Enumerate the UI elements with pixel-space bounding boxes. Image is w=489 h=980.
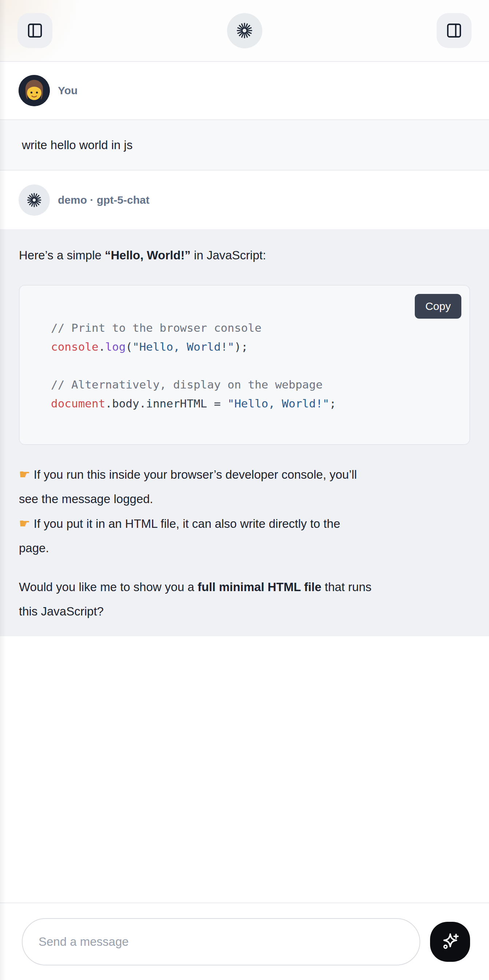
- pointing-right-icon: ☛: [19, 467, 30, 481]
- app-logo-button[interactable]: [227, 13, 262, 48]
- user-message: write hello world in js: [0, 119, 489, 170]
- chat-empty-space: [0, 636, 489, 902]
- panel-left-icon: [27, 22, 43, 39]
- user-author-row: You: [0, 62, 489, 119]
- assistant-message: Here’s a simple “Hello, World!” in JavaS…: [0, 229, 489, 636]
- assistant-paragraph-followup: Would you like me to show you a full min…: [19, 575, 470, 624]
- assistant-author-row: demo · gpt-5-chat: [0, 170, 489, 229]
- app-header: [0, 0, 489, 62]
- assistant-author-label: demo · gpt-5-chat: [58, 194, 150, 206]
- assistant-paragraph-tips: ☛ If you run this inside your browser’s …: [19, 462, 470, 560]
- code-block: Copy // Print to the browser console con…: [19, 285, 470, 445]
- right-panel-toggle-button[interactable]: [436, 13, 471, 48]
- starburst-icon: [235, 21, 254, 40]
- copy-button[interactable]: Copy: [415, 294, 461, 319]
- sidebar-toggle-button[interactable]: [18, 13, 53, 48]
- pointing-right-icon: ☛: [19, 516, 30, 530]
- assistant-avatar: [19, 185, 50, 216]
- person-icon: [19, 75, 50, 106]
- starburst-icon: [26, 192, 43, 208]
- send-button[interactable]: [430, 922, 470, 962]
- sparkles-icon: [440, 931, 460, 952]
- composer: [0, 902, 489, 980]
- user-author-label: You: [58, 84, 78, 97]
- panel-right-icon: [446, 22, 462, 39]
- assistant-intro: Here’s a simple “Hello, World!” in JavaS…: [19, 247, 470, 263]
- message-input[interactable]: [22, 918, 420, 966]
- code-content: // Print to the browser console console.…: [51, 318, 455, 413]
- user-avatar: [19, 75, 50, 106]
- chat-thread: You write hello world in js: [0, 62, 489, 902]
- user-message-text: write hello world in js: [22, 138, 132, 152]
